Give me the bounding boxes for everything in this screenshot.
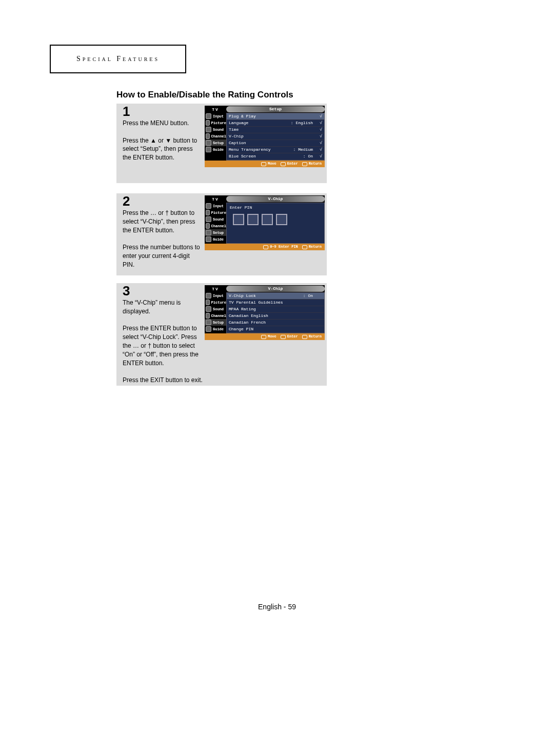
sidebar-item[interactable]: Input (205, 203, 226, 209)
list-row[interactable]: Caption√ (227, 140, 324, 147)
page-number: English - 59 (0, 603, 554, 611)
step-para: Press the ENTER button to select “V-Chip… (123, 324, 205, 367)
osd-title: Setup (226, 106, 325, 112)
list-row[interactable]: Change PIN (227, 326, 324, 333)
list-row[interactable]: Plug & Play√ (227, 113, 324, 120)
sidebar-item[interactable]: Channel (205, 312, 226, 319)
hint-return: Return (302, 334, 322, 339)
sidebar-item[interactable]: Guide (205, 236, 226, 243)
section-title-box: Special Features (50, 45, 186, 73)
sidebar-item[interactable]: Input (205, 292, 226, 299)
osd-vchip-menu: TV V-Chip Input Picture Sound Channel Se… (205, 285, 325, 340)
sidebar-item[interactable]: Input (205, 113, 226, 120)
step-para: Press the ▲ or ▼ button to select “Setup… (123, 136, 202, 162)
guide-icon (206, 147, 211, 152)
hint-return: Return (302, 245, 322, 249)
list-row[interactable]: Time√ (227, 127, 324, 133)
step-para: Press the EXIT button to exit. (123, 376, 205, 385)
guide-icon (206, 326, 211, 332)
step-para: Press the number buttons to enter your c… (123, 243, 202, 269)
osd-list: V-Chip Lock: On TV Parental Guidelines M… (226, 292, 325, 333)
osd-header: TV Setup (205, 106, 325, 113)
sidebar-item[interactable]: Picture (205, 299, 226, 306)
step-text: Press the MENU button. Press the ▲ or ▼ … (123, 119, 202, 162)
osd-tv-label: TV (205, 107, 226, 112)
osd-list: Plug & Play√ Language: English√ Time√ V-… (226, 113, 325, 161)
input-icon (206, 293, 211, 299)
hint-enter: Enter (281, 334, 298, 339)
step-1: 1 Press the MENU button. Press the ▲ or … (116, 104, 327, 183)
osd-tv-label: TV (205, 197, 226, 202)
input-icon (206, 113, 211, 119)
list-row[interactable]: TV Parental Guidelines (227, 300, 324, 306)
step-number: 1 (123, 104, 130, 120)
osd-sidebar: Input Picture Sound Channel Setup Guide (205, 113, 226, 161)
channel-icon (206, 223, 210, 229)
section-title: Special Features (76, 55, 160, 63)
input-icon (206, 203, 211, 209)
osd-footer: Move Enter Return (205, 333, 325, 340)
list-row[interactable]: Language: English√ (227, 120, 324, 127)
sidebar-item[interactable]: Sound (205, 306, 226, 312)
step-para: The “V-Chip” menu is displayed. (123, 299, 205, 316)
sidebar-item[interactable]: Channel (205, 223, 226, 229)
picture-icon (206, 210, 210, 215)
channel-icon (206, 133, 210, 139)
step-2: 2 Press the … or † button to select “V-C… (116, 193, 327, 275)
hint-enter: Enter (281, 162, 298, 166)
pin-digit[interactable] (276, 214, 287, 225)
hint-enter-pin: 0~9 Enter PIN (263, 245, 298, 249)
step-para: Press the MENU button. (123, 119, 202, 128)
osd-footer: 0~9 Enter PIN Return (205, 244, 325, 250)
osd-tv-label: TV (205, 287, 226, 291)
sidebar-item[interactable]: Sound (205, 216, 226, 223)
osd-vchip-pin: TV V-Chip Input Picture Sound Channel Se… (205, 195, 325, 250)
page-heading: How to Enable/Disable the Rating Control… (116, 90, 293, 100)
sidebar-item[interactable]: Guide (205, 326, 226, 332)
sidebar-item[interactable]: Sound (205, 126, 226, 133)
pin-digit[interactable] (247, 214, 259, 225)
pin-input-grid (227, 210, 324, 225)
sidebar-item[interactable]: Guide (205, 146, 226, 153)
osd-footer: Move Enter Return (205, 161, 325, 167)
step-para: Press the … or † button to select “V-Chi… (123, 209, 202, 234)
setup-icon (206, 320, 211, 325)
osd-sidebar: Input Picture Sound Channel Setup Guide (205, 292, 226, 333)
list-row[interactable]: Blue Screen: On√ (227, 153, 324, 160)
list-row[interactable]: Menu Transparency: Medium√ (227, 147, 324, 153)
sidebar-item[interactable]: Picture (205, 120, 226, 126)
sidebar-item[interactable]: Setup (205, 319, 226, 326)
setup-icon (206, 140, 211, 146)
sound-icon (206, 306, 211, 312)
sidebar-item[interactable]: Channel (205, 133, 226, 140)
step-number: 3 (123, 283, 130, 299)
sound-icon (206, 216, 211, 222)
osd-pin-panel: Enter PIN (226, 203, 325, 244)
picture-icon (206, 120, 210, 126)
guide-icon (206, 236, 211, 242)
sidebar-item[interactable]: Setup (205, 140, 226, 146)
sidebar-item[interactable]: Setup (205, 229, 226, 236)
list-row[interactable]: Canadian English (227, 313, 324, 320)
osd-setup: TV Setup Input Picture Sound Channel Set… (205, 106, 325, 167)
hint-move: Move (261, 334, 276, 339)
pin-digit[interactable] (262, 214, 273, 225)
step-text: Press the … or † button to select “V-Chi… (123, 209, 202, 269)
osd-sidebar: Input Picture Sound Channel Setup Guide (205, 203, 226, 244)
list-row[interactable]: Canadian French (227, 320, 324, 326)
setup-icon (206, 230, 211, 235)
list-row[interactable]: V-Chip√ (227, 133, 324, 140)
hint-return: Return (302, 162, 322, 166)
hint-move: Move (261, 162, 276, 166)
sidebar-item[interactable]: Picture (205, 209, 226, 216)
sound-icon (206, 127, 211, 132)
list-row[interactable]: MPAA Rating (227, 306, 324, 313)
step-text: The “V-Chip” menu is displayed. Press th… (123, 299, 205, 385)
picture-icon (206, 300, 210, 305)
list-row[interactable]: V-Chip Lock: On (227, 293, 324, 300)
channel-icon (206, 313, 210, 319)
pin-digit[interactable] (233, 214, 244, 225)
enter-pin-label: Enter PIN (227, 203, 324, 210)
osd-title: V-Chip (226, 196, 325, 202)
step-3: 3 The “V-Chip” menu is displayed. Press … (116, 283, 327, 386)
